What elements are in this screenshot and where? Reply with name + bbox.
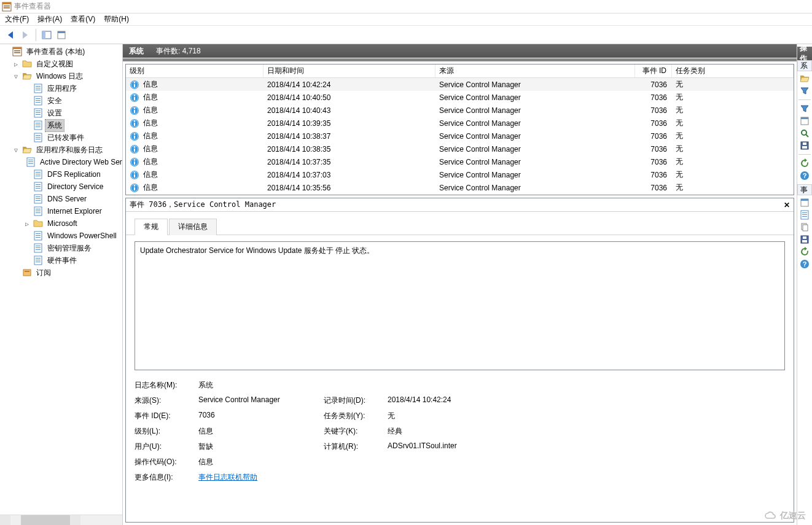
table-row[interactable]: 信息2018/4/14 10:35:56Service Control Mana… [126, 181, 794, 194]
action-help[interactable] [797, 169, 812, 182]
tree-log-keymgmt[interactable]: 密钥管理服务 [0, 242, 122, 254]
window-title: 事件查看器 [14, 1, 51, 12]
horizontal-scrollbar[interactable] [0, 515, 122, 525]
tab-details[interactable]: 详细信息 [169, 219, 217, 235]
action-filter[interactable] [797, 103, 812, 115]
event-description[interactable]: Update Orchestrator Service for Windows … [135, 241, 785, 370]
table-row[interactable]: 信息2018/4/14 10:40:43Service Control Mana… [126, 104, 794, 117]
log-icon [33, 194, 43, 204]
tree-log-powershell[interactable]: Windows PowerShell [0, 230, 122, 242]
tree-log-forwarded[interactable]: 已转发事件 [0, 131, 122, 144]
table-row[interactable]: 信息2018/4/14 10:40:50Service Control Mana… [126, 91, 794, 104]
save-icon [800, 141, 810, 150]
collapse-icon[interactable]: ▽ [12, 73, 20, 80]
cell-source: Service Control Manager [435, 158, 635, 166]
table-row[interactable]: 信息2018/4/14 10:38:35Service Control Mana… [126, 142, 794, 155]
table-row[interactable]: 信息2018/4/14 10:42:24Service Control Mana… [126, 78, 794, 91]
save-icon [800, 235, 810, 244]
cell-id: 7036 [635, 184, 672, 192]
expand-icon[interactable]: ▷ [12, 61, 20, 68]
cell-id: 7036 [635, 80, 672, 89]
val-task: 无 [388, 411, 523, 421]
val-opcode: 信息 [198, 457, 321, 467]
tree-windows-logs[interactable]: ▽Windows 日志 [0, 70, 122, 82]
table-row[interactable]: 信息2018/4/14 10:39:35Service Control Mana… [126, 117, 794, 130]
actions-group-system: 系 [797, 60, 812, 71]
lbl-user: 用户(U): [135, 441, 196, 452]
log-icon [800, 210, 810, 220]
action-copy[interactable] [797, 221, 812, 233]
tree-root[interactable]: 事件查看器 (本地) [0, 45, 122, 58]
tree-subscriptions[interactable]: 订阅 [0, 266, 122, 279]
action-save-all[interactable] [797, 139, 812, 152]
folder-icon [33, 219, 43, 228]
grid-body[interactable]: 信息2018/4/14 10:42:24Service Control Mana… [126, 78, 794, 195]
action-event-properties[interactable] [797, 196, 812, 209]
action-find[interactable] [797, 127, 812, 139]
cell-level: 信息 [143, 79, 158, 90]
cell-date: 2018/4/14 10:40:43 [264, 106, 435, 115]
action-create-custom-view[interactable] [797, 85, 812, 97]
app-icon [2, 2, 12, 12]
action-save-selected[interactable] [797, 233, 812, 246]
expand-icon[interactable]: ▷ [23, 220, 31, 227]
back-button[interactable] [4, 28, 17, 42]
val-source: Service Control Manager [198, 395, 321, 404]
cell-task: 无 [672, 118, 794, 128]
col-level[interactable]: 级别 [126, 64, 264, 77]
col-task[interactable]: 任务类别 [672, 64, 794, 77]
action-properties[interactable] [797, 115, 812, 127]
action-refresh-2[interactable] [797, 246, 812, 258]
action-attach-task[interactable] [797, 209, 812, 221]
tree-log-security[interactable]: 安全 [0, 95, 122, 107]
cell-source: Service Control Manager [435, 106, 635, 115]
menu-help[interactable]: 帮助(H) [104, 14, 129, 25]
lbl-log-name: 日志名称(M): [135, 380, 196, 391]
cell-task: 无 [672, 169, 794, 180]
collapse-icon[interactable]: ▽ [12, 147, 20, 154]
tree-log-dfs[interactable]: DFS Replication [0, 168, 122, 181]
log-icon [33, 169, 43, 179]
tree-log-ie[interactable]: Internet Explorer [0, 205, 122, 217]
tree-app-services[interactable]: ▽应用程序和服务日志 [0, 144, 122, 156]
lbl-task: 任务类别(Y): [324, 411, 385, 421]
info-icon [130, 93, 139, 103]
cell-date: 2018/4/14 10:38:37 [264, 132, 435, 141]
col-event-id[interactable]: 事件 ID [635, 64, 672, 77]
cell-level: 信息 [143, 157, 158, 167]
log-icon [33, 133, 43, 142]
navigation-tree[interactable]: 事件查看器 (本地) ▷自定义视图 ▽Windows 日志 应用程序 安全 设置… [0, 44, 123, 525]
table-row[interactable]: 信息2018/4/14 10:37:03Service Control Mana… [126, 168, 794, 181]
tree-log-dns[interactable]: DNS Server [0, 193, 122, 205]
tree-custom-views[interactable]: ▷自定义视图 [0, 58, 122, 70]
actions-pane: 操作 系 事 [797, 44, 812, 525]
tree-log-application[interactable]: 应用程序 [0, 82, 122, 95]
show-hide-pane-button[interactable] [40, 28, 53, 42]
tree-log-ds[interactable]: Directory Service [0, 181, 122, 193]
action-help-2[interactable] [797, 258, 812, 270]
col-date[interactable]: 日期和时间 [264, 64, 435, 77]
table-row[interactable]: 信息2018/4/14 10:38:37Service Control Mana… [126, 130, 794, 142]
cell-level: 信息 [143, 169, 158, 180]
close-icon[interactable]: ✕ [784, 201, 790, 209]
tab-general[interactable]: 常规 [135, 219, 168, 235]
tree-log-system[interactable]: 系统 [0, 119, 122, 131]
cell-task: 无 [672, 79, 794, 90]
menu-file[interactable]: 文件(F) [5, 14, 29, 25]
menu-view[interactable]: 查看(V) [71, 14, 95, 25]
properties-button[interactable] [55, 28, 68, 42]
tree-log-hardware[interactable]: 硬件事件 [0, 254, 122, 266]
tree-log-adws[interactable]: Active Directory Web Services [0, 156, 122, 168]
folder-open-icon [800, 74, 810, 84]
content-header: 系统 事件数: 4,718 [123, 44, 797, 58]
action-open-saved-log[interactable] [797, 72, 812, 85]
tree-folder-microsoft[interactable]: ▷Microsoft [0, 217, 122, 230]
action-refresh[interactable] [797, 157, 812, 169]
col-source[interactable]: 来源 [435, 64, 635, 77]
forward-button[interactable] [18, 28, 32, 42]
table-row[interactable]: 信息2018/4/14 10:37:35Service Control Mana… [126, 155, 794, 168]
link-online-help[interactable]: 事件日志联机帮助 [198, 473, 257, 481]
copy-icon [800, 222, 810, 232]
menu-action[interactable]: 操作(A) [37, 14, 62, 25]
tree-log-setup[interactable]: 设置 [0, 107, 122, 119]
